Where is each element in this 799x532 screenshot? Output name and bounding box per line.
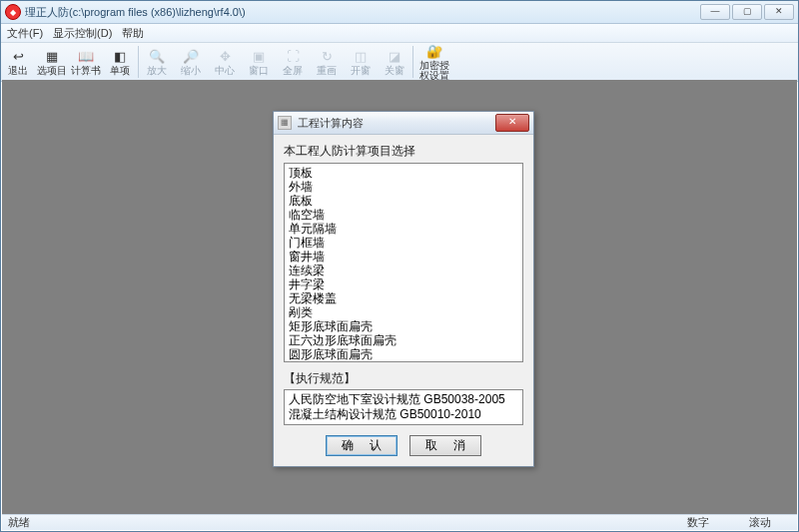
status-message: 就绪 xyxy=(8,515,687,530)
menu-file[interactable]: 文件(F) xyxy=(7,26,43,41)
maximize-button[interactable]: ▢ xyxy=(732,4,762,20)
list-item[interactable]: 正六边形底球面扁壳 xyxy=(289,333,518,347)
dialog-titlebar: ▦ 工程计算内容 ✕ xyxy=(274,112,533,135)
tool-zoomout: 🔎缩小 xyxy=(174,44,208,80)
center-icon: ✥ xyxy=(217,48,233,64)
status-scroll: 滚动 xyxy=(749,515,771,530)
list-item[interactable]: 顶板 xyxy=(289,166,518,180)
calcbook-icon: 📖 xyxy=(78,48,94,64)
list-item[interactable]: 门框墙 xyxy=(289,236,518,250)
tool-close: ◪关窗 xyxy=(378,44,411,80)
closewin-icon: ◪ xyxy=(387,48,402,64)
tool-center: ✥中心 xyxy=(208,44,242,80)
close-button[interactable]: ✕ xyxy=(764,4,794,20)
list-item[interactable]: 人民防空地下室设计规范 GB50038-2005 xyxy=(289,392,518,407)
redraw-icon: ↻ xyxy=(319,48,335,64)
tool-calcbook[interactable]: 📖计算书 xyxy=(69,44,103,80)
menu-help[interactable]: 帮助 xyxy=(122,26,144,41)
tool-full: ⛶全屏 xyxy=(276,44,310,80)
ok-button[interactable]: 确 认 xyxy=(326,435,398,456)
tool-encrypt[interactable]: 🔐加密授 权设置 xyxy=(414,44,454,80)
tool-window: ▣窗口 xyxy=(242,44,276,80)
dialog-close-button[interactable]: ✕ xyxy=(495,114,529,132)
list-item[interactable]: 临空墙 xyxy=(289,208,518,222)
menu-display[interactable]: 显示控制(D) xyxy=(53,26,112,41)
spec-heading: 【执行规范】 xyxy=(284,370,523,387)
tool-single[interactable]: ◧单项 xyxy=(103,44,137,80)
tool-redraw: ↻重画 xyxy=(310,44,344,80)
tool-project[interactable]: ▦选项目 xyxy=(35,44,69,80)
list-item[interactable]: 梁截面配筋 xyxy=(289,361,518,362)
app-icon: ◆ xyxy=(5,4,21,20)
encrypt-icon: 🔐 xyxy=(426,44,442,59)
list-item[interactable]: 连续梁 xyxy=(289,264,518,277)
window-title: 理正人防(c:\program files (x86)\lizheng\rf4.… xyxy=(25,5,700,20)
dialog-icon: ▦ xyxy=(278,116,292,130)
zoomin-icon: 🔍 xyxy=(149,48,165,64)
cancel-button[interactable]: 取 消 xyxy=(409,435,481,456)
toolbar-separator xyxy=(138,46,139,78)
calc-dialog: ▦ 工程计算内容 ✕ 本工程人防计算项目选择 顶板外墙底板临空墙单元隔墙门框墙窗… xyxy=(273,111,534,467)
tool-exit[interactable]: ↩退出 xyxy=(1,44,35,80)
main-window: ◆ 理正人防(c:\program files (x86)\lizheng\rf… xyxy=(0,0,799,532)
list-item[interactable]: 矩形底球面扁壳 xyxy=(289,319,518,333)
tool-open: ◫开窗 xyxy=(344,44,378,80)
single-icon: ◧ xyxy=(112,48,128,64)
toolbar: ↩退出 ▦选项目 📖计算书 ◧单项 🔍放大 🔎缩小 ✥中心 ▣窗口 ⛶全屏 ↻重… xyxy=(1,43,798,82)
spec-listbox[interactable]: 人民防空地下室设计规范 GB50038-2005混凝土结构设计规范 GB5001… xyxy=(284,389,523,425)
list-item[interactable]: 底板 xyxy=(289,194,518,208)
dialog-title: 工程计算内容 xyxy=(298,116,495,131)
list-item[interactable]: 无梁楼盖 xyxy=(289,291,518,305)
titlebar: ◆ 理正人防(c:\program files (x86)\lizheng\rf… xyxy=(1,1,798,24)
list-item[interactable]: 外墙 xyxy=(289,180,518,194)
zoomout-icon: 🔎 xyxy=(183,48,199,64)
list-item[interactable]: 圆形底球面扁壳 xyxy=(289,347,518,361)
list-item[interactable]: 单元隔墙 xyxy=(289,222,518,236)
list-item[interactable]: 剐类 xyxy=(289,305,518,319)
list-item[interactable]: 井字梁 xyxy=(289,277,518,291)
project-icon: ▦ xyxy=(44,48,60,64)
calc-item-listbox[interactable]: 顶板外墙底板临空墙单元隔墙门框墙窗井墙连续梁井字梁无梁楼盖剐类矩形底球面扁壳正六… xyxy=(284,163,523,362)
tool-zoomin: 🔍放大 xyxy=(140,44,174,80)
status-num: 数字 xyxy=(687,515,709,530)
list-item[interactable]: 窗井墙 xyxy=(289,250,518,264)
dialog-heading: 本工程人防计算项目选择 xyxy=(284,143,523,160)
toolbar-separator xyxy=(412,46,413,78)
list-item[interactable]: 混凝土结构设计规范 GB50010-2010 xyxy=(289,407,518,422)
exit-icon: ↩ xyxy=(10,48,26,64)
statusbar: 就绪 数字 滚动 xyxy=(2,514,797,530)
window-icon: ▣ xyxy=(251,48,267,64)
full-icon: ⛶ xyxy=(285,48,301,64)
menubar: 文件(F) 显示控制(D) 帮助 xyxy=(1,24,798,43)
open-icon: ◫ xyxy=(353,48,369,64)
minimize-button[interactable]: — xyxy=(700,4,730,20)
